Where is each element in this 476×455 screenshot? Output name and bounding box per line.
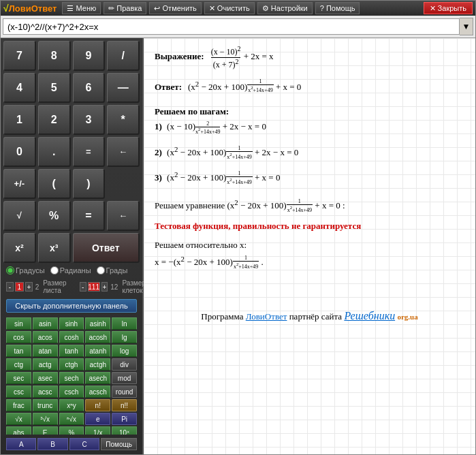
- func-div[interactable]: div: [112, 358, 137, 371]
- bottom-btn-c[interactable]: C: [69, 438, 99, 450]
- angle-degrees-label[interactable]: Градусы: [6, 266, 45, 274]
- func-sin[interactable]: sin: [6, 317, 31, 330]
- func-frac[interactable]: frac: [6, 399, 31, 411]
- btn-6[interactable]: 6: [73, 73, 106, 103]
- work-area[interactable]: Выражение: (x − 10)2 (x + 7)2 + 2x = x: [144, 38, 475, 454]
- btn-plusminus[interactable]: +/-: [3, 169, 36, 199]
- btn-rparen[interactable]: ): [73, 169, 106, 199]
- btn-div[interactable]: /: [107, 41, 140, 71]
- func-e[interactable]: e: [85, 413, 110, 425]
- func-asin[interactable]: asin: [33, 317, 58, 330]
- func-csch[interactable]: csch: [59, 386, 84, 398]
- page-size-plus[interactable]: +: [25, 282, 33, 292]
- func-actgh[interactable]: actgh: [85, 358, 110, 371]
- func-10x[interactable]: 10ˣ: [112, 426, 137, 435]
- func-asinh[interactable]: asinh: [85, 317, 110, 330]
- func-sech[interactable]: sech: [59, 372, 84, 384]
- undo-button[interactable]: ↩ Отменить: [149, 2, 201, 14]
- func-trunc[interactable]: trunc: [33, 399, 58, 411]
- angle-radians-radio[interactable]: [50, 266, 59, 274]
- func-atanh[interactable]: atanh: [85, 345, 110, 357]
- btn-equals[interactable]: =: [73, 201, 106, 231]
- angle-grads-label[interactable]: Грады: [97, 266, 128, 274]
- hide-panel-button[interactable]: Скрыть дополнительную панель: [6, 299, 137, 313]
- func-atan[interactable]: atan: [33, 345, 58, 357]
- btn-5[interactable]: 5: [38, 73, 71, 103]
- btn-mult[interactable]: *: [107, 105, 140, 135]
- angle-radians-label[interactable]: Радианы: [50, 266, 91, 274]
- btn-3[interactable]: 3: [73, 105, 106, 135]
- btn-7[interactable]: 7: [3, 41, 36, 71]
- btn-sqrt[interactable]: √: [3, 201, 36, 231]
- func-sec[interactable]: sec: [6, 372, 31, 384]
- btn-1[interactable]: 1: [3, 105, 36, 135]
- btn-minus[interactable]: —: [107, 73, 140, 103]
- func-1x[interactable]: 1/x: [85, 426, 110, 435]
- cell-size-minus[interactable]: -: [80, 282, 86, 292]
- func-xny[interactable]: xⁿy: [59, 399, 84, 411]
- btn-eq2[interactable]: =: [73, 137, 106, 167]
- formula-input[interactable]: [3, 18, 460, 35]
- func-tan[interactable]: tan: [6, 345, 31, 357]
- func-pi[interactable]: Pi: [112, 413, 137, 425]
- bottom-btn-a[interactable]: A: [6, 438, 36, 450]
- func-cbrtx[interactable]: ³√x: [33, 413, 58, 425]
- btn-answer[interactable]: Ответ: [73, 233, 140, 263]
- bottom-btn-b[interactable]: B: [37, 438, 67, 450]
- func-nrtx[interactable]: ⁿ√x: [59, 413, 84, 425]
- func-ctgh[interactable]: ctgh: [59, 358, 84, 371]
- btn-lparen[interactable]: (: [38, 169, 71, 199]
- menu-button[interactable]: ☰ Меню: [62, 2, 101, 14]
- func-asec[interactable]: asec: [33, 372, 58, 384]
- func-mod[interactable]: mod: [112, 372, 137, 384]
- angle-degrees-radio[interactable]: [6, 266, 14, 274]
- func-sqrtx[interactable]: √x: [6, 413, 31, 425]
- func-acsch[interactable]: acsch: [85, 386, 110, 398]
- btn-x2[interactable]: x²: [3, 233, 36, 263]
- btn-2[interactable]: 2: [38, 105, 71, 135]
- func-actg[interactable]: actg: [33, 358, 58, 371]
- help-button[interactable]: ? Помощь: [315, 2, 360, 14]
- func-cos[interactable]: cos: [6, 331, 31, 343]
- btn-percent[interactable]: %: [38, 201, 71, 231]
- cell-size-plus[interactable]: +: [101, 282, 108, 292]
- edit-button[interactable]: ✏ Правка: [104, 2, 146, 14]
- func-log[interactable]: log: [112, 345, 137, 357]
- func-sinh[interactable]: sinh: [59, 317, 84, 330]
- settings-button[interactable]: ⚙ Настройки: [257, 2, 313, 14]
- main-content: 7 8 9 / 4 5 6 — 1 2 3 * 0 . = ←: [1, 38, 475, 454]
- angle-grads-radio[interactable]: [97, 266, 105, 274]
- btn-dot[interactable]: .: [38, 137, 71, 167]
- calc-grid-row3: 1 2 3 *: [3, 105, 140, 135]
- btn-0[interactable]: 0: [3, 137, 36, 167]
- func-ctg[interactable]: ctg: [6, 358, 31, 371]
- btn-9[interactable]: 9: [73, 41, 106, 71]
- func-ln[interactable]: ln: [112, 317, 137, 330]
- btn-backspace[interactable]: ←: [107, 137, 140, 167]
- func-acosh[interactable]: acosh: [85, 331, 110, 343]
- func-tanh[interactable]: tanh: [59, 345, 84, 357]
- func-acos[interactable]: acos: [33, 331, 58, 343]
- help-bottom-button[interactable]: Помощь: [101, 438, 137, 450]
- func-acsc[interactable]: acsc: [33, 386, 58, 398]
- func-asech[interactable]: asech: [85, 372, 110, 384]
- func-E[interactable]: E: [33, 426, 58, 435]
- close-button[interactable]: ✕ Закрыть: [424, 2, 473, 14]
- btn-x3[interactable]: x³: [38, 233, 71, 263]
- func-abs[interactable]: abs: [6, 426, 31, 435]
- btn-del[interactable]: ←: [107, 201, 140, 231]
- btn-8[interactable]: 8: [38, 41, 71, 71]
- func-nfact2[interactable]: n!!: [112, 399, 137, 411]
- func-nfact[interactable]: n!: [85, 399, 110, 411]
- func-percent[interactable]: %: [59, 426, 84, 435]
- func-lg[interactable]: lg: [112, 331, 137, 343]
- func-round[interactable]: round: [112, 386, 137, 398]
- formula-dropdown[interactable]: ▼: [460, 18, 473, 35]
- btn-4[interactable]: 4: [3, 73, 36, 103]
- clear-button[interactable]: ✕ Очистить: [204, 2, 255, 14]
- partner-name-link[interactable]: Решебники: [344, 310, 395, 321]
- app-name-link[interactable]: ЛовиОтвет: [246, 311, 287, 321]
- func-csc[interactable]: csc: [6, 386, 31, 398]
- page-size-minus[interactable]: -: [6, 282, 14, 292]
- func-cosh[interactable]: cosh: [59, 331, 84, 343]
